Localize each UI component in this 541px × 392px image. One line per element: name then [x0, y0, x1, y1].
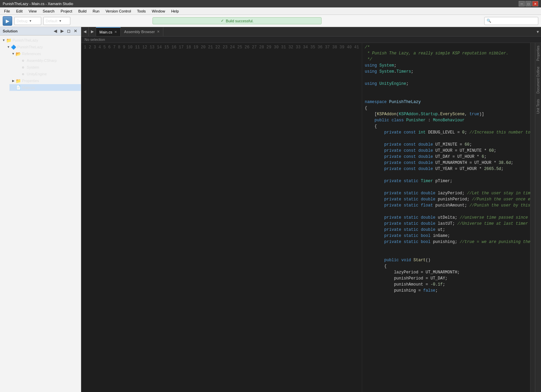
- side-panels: Properties Document Outline Unit Tests: [535, 43, 541, 392]
- tab-prev-btn[interactable]: ◀: [81, 27, 89, 36]
- tree-item-main-cs[interactable]: 📄 Main.cs: [9, 84, 81, 91]
- menu-search[interactable]: Search: [40, 8, 57, 14]
- sidebar-title: Solution: [3, 29, 18, 33]
- menu-file[interactable]: File: [1, 8, 13, 14]
- menu-bar: File Edit View Search Project Build Run …: [0, 7, 541, 15]
- tabs-options-btn[interactable]: ▼: [536, 30, 540, 34]
- ref-unity-engine-label: UnityEngine: [27, 72, 47, 76]
- search-box[interactable]: 🔍: [484, 17, 538, 25]
- tab-main-cs-close[interactable]: ✕: [114, 30, 117, 34]
- properties-label: Properties: [22, 79, 39, 83]
- minimize-button[interactable]: ─: [519, 1, 525, 6]
- expand-icon-properties: ▶: [11, 78, 16, 83]
- app-title: PunishTheLazy - Main.cs - Xamarin Studio: [3, 2, 73, 6]
- toolbar: ▶ Debug ▼ Default ▼ ✓ Build successful. …: [0, 15, 541, 27]
- build-status-text: Build successful.: [226, 19, 254, 23]
- debug-dropdown-arrow: ▼: [29, 19, 32, 23]
- close-button[interactable]: ✕: [532, 1, 538, 6]
- solution-label: PunishTheLazy: [13, 38, 38, 42]
- search-icon: 🔍: [487, 19, 491, 23]
- breadcrumb-bar: No selection: [81, 36, 541, 43]
- sidebar-header-icons: ◀ ▶ ◻ ✕: [52, 28, 78, 34]
- tree-item-assembly-csharp[interactable]: ○ Assembly-CSharp: [14, 57, 81, 64]
- right-panel: ◀ ▶ Main.cs ✕ Assembly Browser ✕ ▼ No se…: [81, 27, 541, 392]
- tree-item-solution-root[interactable]: ▼ 📁 PunishTheLazy: [0, 37, 81, 44]
- tab-main-cs[interactable]: Main.cs ✕: [96, 27, 121, 36]
- main-cs-label: Main.cs: [22, 85, 35, 90]
- title-bar: PunishTheLazy - Main.cs - Xamarin Studio…: [0, 0, 541, 7]
- menu-tools[interactable]: Tools: [134, 8, 148, 14]
- ref-icon-unity: ○: [20, 71, 26, 77]
- tabs-options: ▼: [536, 27, 541, 36]
- expand-icon: ▼: [11, 51, 16, 56]
- no-expand: [16, 65, 20, 70]
- build-status: ✓ Build successful.: [152, 17, 322, 24]
- ref-icon: ○: [20, 58, 26, 63]
- menu-edit[interactable]: Edit: [14, 8, 25, 14]
- menu-view[interactable]: View: [26, 8, 40, 14]
- ref-icon-system: ○: [20, 65, 26, 70]
- project-icon: 🔷: [11, 44, 16, 50]
- ref-system-label: System: [27, 65, 39, 69]
- sidebar-close-btn[interactable]: ✕: [73, 28, 78, 34]
- tree-item-system[interactable]: ○ System: [14, 64, 81, 71]
- tab-assembly-browser[interactable]: Assembly Browser ✕: [121, 27, 163, 36]
- no-expand: [16, 58, 20, 63]
- project-label: PunishTheLazy: [17, 45, 43, 49]
- tree-item-unity-engine[interactable]: ○ UnityEngine: [14, 71, 81, 77]
- tab-next-btn[interactable]: ▶: [89, 27, 96, 36]
- sidebar-header: Solution ◀ ▶ ◻ ✕: [0, 27, 81, 35]
- references-icon: 📂: [16, 51, 21, 56]
- sidebar-collapse-btn[interactable]: ◻: [66, 28, 71, 34]
- file-icon-main: 📄: [16, 85, 21, 90]
- expand-icon: ▼: [6, 45, 11, 49]
- code-content[interactable]: /* * Punish The Lazy, a really simple KS…: [362, 43, 530, 392]
- solution-icon: 📁: [6, 38, 11, 43]
- menu-help[interactable]: Help: [168, 8, 182, 14]
- build-status-icon: ✓: [221, 19, 224, 23]
- breadcrumb: No selection: [85, 38, 105, 42]
- sidebar-content: ▼ 📁 PunishTheLazy ▼ 🔷 PunishTheLazy ▼ 📂 …: [0, 35, 81, 392]
- line-numbers: 1 2 3 4 5 6 7 8 9 10 11 12 13 14 15 16 1…: [81, 43, 362, 392]
- code-editor: 1 2 3 4 5 6 7 8 9 10 11 12 13 14 15 16 1…: [81, 43, 541, 392]
- default-dropdown-arrow: ▼: [59, 19, 62, 23]
- tab-assembly-browser-label: Assembly Browser: [124, 30, 155, 34]
- maximize-button[interactable]: □: [525, 1, 532, 6]
- sidebar-next-btn[interactable]: ▶: [59, 28, 65, 34]
- main-layout: Solution ◀ ▶ ◻ ✕ ▼ 📁 PunishTheLazy ▼ 🔷 P…: [0, 27, 541, 392]
- tree-item-project[interactable]: ▼ 🔷 PunishTheLazy: [5, 44, 81, 50]
- window-controls: ─ □ ✕: [519, 1, 538, 6]
- debug-dropdown[interactable]: Debug ▼: [14, 17, 41, 25]
- properties-icon: 📁: [16, 78, 21, 83]
- sidebar: Solution ◀ ▶ ◻ ✕ ▼ 📁 PunishTheLazy ▼ 🔷 P…: [0, 27, 81, 392]
- tree-item-references[interactable]: ▼ 📂 References: [9, 50, 81, 57]
- tab-assembly-browser-close[interactable]: ✕: [157, 30, 160, 33]
- run-button[interactable]: ▶: [3, 16, 12, 26]
- menu-window[interactable]: Window: [149, 8, 168, 14]
- ref-assembly-csharp-label: Assembly-CSharp: [27, 58, 57, 63]
- menu-project[interactable]: Project: [58, 8, 75, 14]
- sidebar-prev-btn[interactable]: ◀: [52, 28, 58, 34]
- scrollbar-right[interactable]: [530, 43, 535, 392]
- tabs-bar: ◀ ▶ Main.cs ✕ Assembly Browser ✕ ▼: [81, 27, 541, 36]
- expand-icon: ▼: [1, 38, 6, 43]
- tree-item-properties[interactable]: ▶ 📁 Properties: [9, 77, 81, 84]
- unit-tests-panel-label[interactable]: Unit Tests: [536, 96, 541, 117]
- properties-panel-label[interactable]: Properties: [536, 43, 541, 64]
- no-expand-main: [11, 85, 16, 90]
- menu-build[interactable]: Build: [75, 8, 89, 14]
- menu-run[interactable]: Run: [90, 8, 102, 14]
- no-expand: [16, 72, 20, 76]
- menu-version-control[interactable]: Version Control: [103, 8, 134, 14]
- tab-main-cs-label: Main.cs: [99, 30, 112, 34]
- document-outline-panel-label[interactable]: Document Outline: [536, 64, 541, 96]
- references-label: References: [22, 52, 41, 56]
- default-dropdown[interactable]: Default ▼: [43, 17, 70, 25]
